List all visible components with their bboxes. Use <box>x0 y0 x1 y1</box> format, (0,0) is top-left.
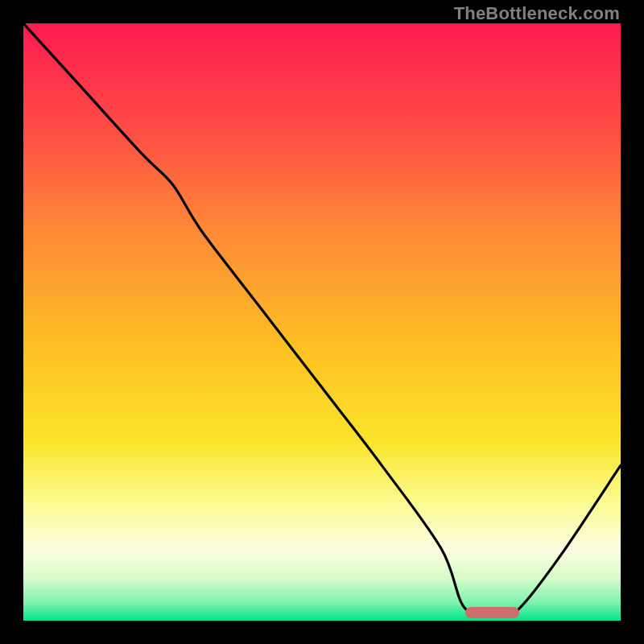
bottleneck-curve <box>23 23 621 621</box>
plot-area <box>23 23 621 621</box>
optimal-range-marker <box>465 607 519 618</box>
watermark-text: TheBottleneck.com <box>454 3 620 24</box>
chart-frame: TheBottleneck.com <box>0 0 644 644</box>
